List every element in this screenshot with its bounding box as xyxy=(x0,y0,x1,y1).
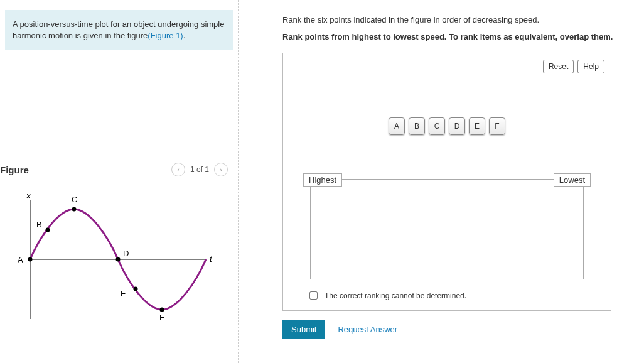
question-text: Rank the six points indicated in the fig… xyxy=(282,15,638,24)
rank-tile-f[interactable]: F xyxy=(489,117,505,135)
answer-actions: Submit Request Answer xyxy=(282,320,638,339)
point-b xyxy=(46,228,50,232)
right-panel: Rank the six points indicated in the fig… xyxy=(245,0,644,339)
ranking-dropzone[interactable]: Highest Lowest xyxy=(310,179,584,279)
point-d xyxy=(116,257,121,262)
x-axis-label: t xyxy=(210,254,213,264)
point-e-label: E xyxy=(121,289,126,298)
point-c xyxy=(72,207,77,212)
help-button[interactable]: Help xyxy=(577,60,604,73)
prompt-text-end: . xyxy=(183,31,186,40)
request-answer-link[interactable]: Request Answer xyxy=(338,325,397,334)
figure-link[interactable]: (Figure 1) xyxy=(148,31,183,40)
question-instruction: Rank points from highest to lowest speed… xyxy=(282,32,638,41)
rank-tile-c[interactable]: C xyxy=(429,117,445,135)
ranking-widget: Reset Help A B C D E F Highest Lowest Th… xyxy=(282,53,611,311)
rank-tile-d[interactable]: D xyxy=(449,117,465,135)
point-b-label: B xyxy=(36,220,42,229)
cannot-determine-checkbox[interactable] xyxy=(309,291,318,300)
rank-tile-e[interactable]: E xyxy=(469,117,485,135)
rank-tile-a[interactable]: A xyxy=(389,117,405,135)
position-vs-time-plot: x t A B C D E F xyxy=(5,187,218,332)
left-panel: A position-versus-time plot for an objec… xyxy=(0,0,239,363)
y-axis-label: x xyxy=(26,191,31,200)
figure-header: Figure ‹ 1 of 1 › xyxy=(0,163,233,179)
point-f xyxy=(160,308,164,312)
pager-label: 1 of 1 xyxy=(190,165,209,174)
dropzone-right-label: Lowest xyxy=(554,173,591,187)
reset-button[interactable]: Reset xyxy=(543,60,574,73)
figure-body: x t A B C D E F xyxy=(5,182,233,333)
figure-pager: ‹ 1 of 1 › xyxy=(171,163,228,176)
cannot-determine-row: The correct ranking cannot be determined… xyxy=(307,290,604,301)
rank-tile-b[interactable]: B xyxy=(409,117,425,135)
submit-button[interactable]: Submit xyxy=(282,320,325,339)
point-d-label: D xyxy=(123,249,129,258)
problem-prompt: A position-versus-time plot for an objec… xyxy=(5,10,233,50)
point-a xyxy=(28,257,33,262)
figure-title: Figure xyxy=(0,165,29,175)
point-c-label: C xyxy=(72,195,77,204)
point-a-label: A xyxy=(18,255,23,264)
point-f-label: F xyxy=(159,313,164,322)
tile-shelf: A B C D E F xyxy=(289,117,604,135)
prompt-text: A position-versus-time plot for an objec… xyxy=(13,19,224,40)
pager-next-button[interactable]: › xyxy=(214,163,228,176)
dropzone-left-label: Highest xyxy=(303,173,342,187)
cannot-determine-label: The correct ranking cannot be determined… xyxy=(325,291,466,300)
pager-prev-button[interactable]: ‹ xyxy=(171,163,185,176)
point-e xyxy=(134,287,138,291)
